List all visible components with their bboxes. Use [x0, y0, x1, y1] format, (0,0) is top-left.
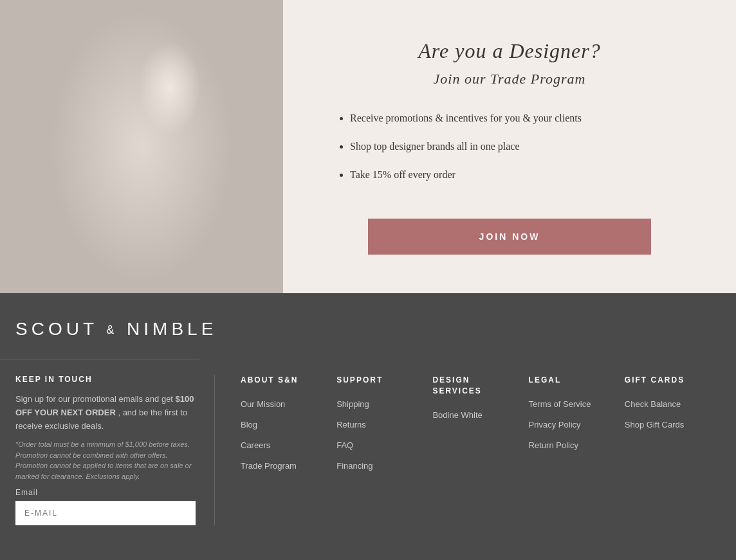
footer-divider [0, 359, 199, 359]
signup-text-1: Sign up for our promotional emails and g… [15, 394, 173, 404]
about-careers-link[interactable]: Careers [241, 440, 330, 451]
legal-terms-link[interactable]: Terms of Service [529, 399, 618, 410]
email-label: Email [15, 488, 199, 497]
footer-col-support: SUPPORT Shipping Returns FAQ Financing [336, 375, 432, 525]
about-our-mission-link[interactable]: Our Mission [241, 399, 330, 410]
design-services-col-title: DESIGN SERVICES [432, 375, 522, 397]
footer-col-legal: LEGAL Terms of Service Privacy Policy Re… [529, 375, 625, 525]
benefit-item-2: Shop top designer brands all in one plac… [350, 139, 582, 154]
join-now-button[interactable]: JOIN NOW [368, 219, 651, 255]
legal-return-policy-link[interactable]: Return Policy [529, 440, 618, 451]
about-trade-program-link[interactable]: Trade Program [241, 460, 330, 472]
hero-image-bg [0, 0, 283, 293]
footer-col-gift-cards: GIFT CARDS Check Balance Shop Gift Cards [625, 375, 721, 525]
hero-content: Are you a Designer? Join our Trade Progr… [283, 0, 736, 293]
email-input[interactable] [15, 501, 196, 525]
support-financing-link[interactable]: Financing [336, 460, 426, 472]
hero-benefits-list: Receive promotions & incentives for you … [335, 111, 582, 195]
benefit-item-1: Receive promotions & incentives for you … [350, 111, 582, 126]
footer-col-about: ABOUT S&N Our Mission Blog Careers Trade… [241, 375, 336, 525]
hero-title: Are you a Designer? [418, 39, 601, 63]
legal-col-title: LEGAL [529, 375, 618, 386]
support-col-title: SUPPORT [336, 375, 426, 386]
support-returns-link[interactable]: Returns [336, 419, 426, 431]
gift-cards-shop-link[interactable]: Shop Gift Cards [625, 419, 714, 431]
gift-cards-col-title: GIFT CARDS [625, 375, 714, 386]
hero-section: Are you a Designer? Join our Trade Progr… [0, 0, 736, 293]
footer: SCOUT & NIMBLE KEEP IN TOUCH Sign up for… [0, 293, 736, 560]
signup-text: Sign up for our promotional emails and g… [15, 393, 199, 433]
hero-image [0, 0, 283, 293]
legal-privacy-link[interactable]: Privacy Policy [529, 419, 618, 431]
support-faq-link[interactable]: FAQ [336, 440, 426, 451]
keep-in-touch-title: KEEP IN TOUCH [15, 375, 199, 384]
fine-print-text: *Order total must be a minimum of $1,000… [15, 439, 199, 482]
benefit-item-3: Take 15% off every order [350, 167, 582, 183]
design-bodine-white-link[interactable]: Bodine White [432, 410, 522, 421]
footer-columns: KEEP IN TOUCH Sign up for our promotiona… [0, 375, 736, 525]
support-shipping-link[interactable]: Shipping [336, 399, 426, 410]
about-blog-link[interactable]: Blog [241, 419, 330, 431]
gift-cards-check-balance-link[interactable]: Check Balance [625, 399, 714, 410]
footer-col-design-services: DESIGN SERVICES Bodine White [432, 375, 528, 525]
footer-logo: SCOUT & NIMBLE [0, 319, 736, 359]
about-col-title: ABOUT S&N [241, 375, 330, 386]
footer-keep-in-touch: KEEP IN TOUCH Sign up for our promotiona… [15, 375, 215, 525]
hero-subtitle: Join our Trade Program [434, 71, 586, 87]
footer-nav-columns: ABOUT S&N Our Mission Blog Careers Trade… [215, 375, 721, 525]
